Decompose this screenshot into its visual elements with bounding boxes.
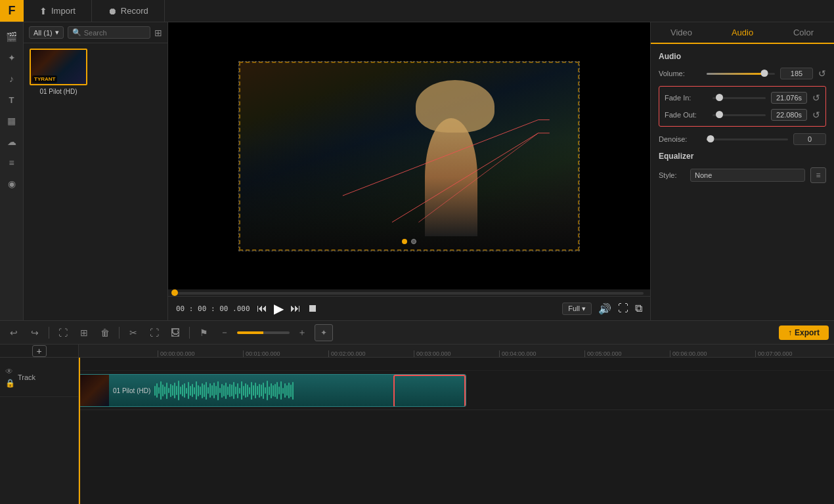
nav-dot-active [402,239,407,244]
thumb-label: TYRANT [32,75,57,83]
media-item[interactable]: TYRANT 01 Pilot (HD) [29,49,88,95]
video-clip[interactable]: 01 Pilot (HD) [79,374,466,407]
video-content [239,62,579,251]
fade-out-knob[interactable] [716,111,723,118]
export-button[interactable]: ↑ Export [779,326,829,340]
volume-value[interactable]: 185 [780,68,813,79]
denoise-row: Denoise: 0 [659,133,826,145]
top-bar: F ⬆ Import ⏺ Record [0,0,834,22]
media-panel: All (1) ▾ 🔍 ⊞ TYRANT 01 Pilot (HD) [24,22,168,320]
export-icon: ↑ [788,328,792,337]
zoom-out-button[interactable]: － [216,324,233,341]
crop-button[interactable]: ⛶ [146,324,163,341]
track-name: Track [18,373,35,381]
fade-out-reset-button[interactable]: ↺ [812,110,820,120]
clip-thumbnail [79,375,109,406]
track-visibility-icon[interactable]: 👁 [5,367,15,376]
tab-video[interactable]: Video [651,22,712,43]
import-tab-label: Import [51,6,76,16]
sidebar-icon-effects[interactable]: ✦ [3,49,21,67]
sidebar-icon-media[interactable]: 🎬 [3,28,21,46]
fade-in-slider[interactable] [713,97,766,99]
trim-button[interactable]: ⛾ [167,324,184,341]
tab-import[interactable]: ⬆ Import [24,0,92,22]
ruler-mark-6: 00:06:00.000 [670,350,755,357]
style-select[interactable]: None [690,169,805,182]
quality-selector[interactable]: Full ▾ [562,303,592,315]
ruler-mark-1: 00:01:00.000 [243,350,328,357]
fade-in-knob[interactable] [716,94,723,101]
left-sidebar: 🎬 ✦ ♪ T ▦ ☁ ≡ ◉ [0,22,24,320]
search-input[interactable] [84,29,146,37]
denoise-slider[interactable] [707,138,788,140]
flag-button[interactable]: ⚑ [195,324,212,341]
fade-out-row: Fade Out: 22.080s ↺ [665,109,820,121]
fullscreen-button[interactable]: ⛶ [618,303,628,314]
undo-button[interactable]: ↩ [5,324,22,341]
timeline-toolbar: ↩ ↪ ⛶ ⊞ 🗑 ✂ ⛶ ⛾ ⚑ － ＋ ✦ ↑ Export [0,321,834,345]
volume-reset-button[interactable]: ↺ [818,68,826,79]
preview-area: 00 : 00 : 00 .000 ⏮ ▶ ⏭ ⏹ Full ▾ 🔊 ⛶ ⧉ [168,22,650,320]
media-filter-dropdown[interactable]: All (1) ▾ [29,26,64,39]
sidebar-icon-transitions[interactable]: ☁ [3,133,21,151]
media-search-box[interactable]: 🔍 [68,26,150,39]
select-tool[interactable]: ⛶ [55,324,72,341]
audio-section-title: Audio [659,52,826,61]
volume-knob[interactable] [761,70,768,77]
video-preview [168,22,650,289]
redo-button[interactable]: ↪ [26,324,43,341]
stop-button[interactable]: ⏹ [307,303,318,314]
separator-1 [49,327,49,339]
sidebar-icon-audio[interactable]: ♪ [3,70,21,88]
sidebar-icon-tools[interactable]: ◉ [3,175,21,193]
step-back-button[interactable]: ⏮ [257,303,267,314]
media-content: TYRANT 01 Pilot (HD) [24,43,167,320]
waveform [154,381,294,400]
equalizer-title: Equalizer [659,152,826,161]
sidebar-icon-text[interactable]: T [3,91,21,109]
tab-audio[interactable]: Audio [712,22,773,44]
fade-in-value[interactable]: 21.076s [771,92,807,104]
zoom-slider[interactable] [237,331,290,334]
denoise-knob[interactable] [707,135,714,142]
media-toolbar: All (1) ▾ 🔍 ⊞ [24,22,167,43]
denoise-value[interactable]: 0 [793,133,826,145]
zoom-in-button[interactable]: ＋ [294,324,311,341]
delete-clip-button[interactable]: 🗑 [97,324,114,341]
tab-record[interactable]: ⏺ Record [92,0,165,22]
equalizer-settings-button[interactable]: ≡ [810,167,826,183]
record-icon: ⏺ [108,6,117,16]
progress-knob[interactable] [171,289,178,296]
media-item-name: 01 Pilot (HD) [39,88,77,95]
add-track-button[interactable]: + [32,345,47,357]
export-label: Export [795,328,820,337]
ruler-mark-4: 00:04:00.000 [499,350,584,357]
separator-3 [189,327,190,339]
style-label: Style: [659,171,685,179]
fade-out-indicator [393,375,466,407]
denoise-slider-container [707,138,788,140]
panel-content: Audio Volume: 185 ↺ Fade In: [651,44,834,320]
sidebar-icon-layers[interactable]: ≡ [3,154,21,172]
playhead[interactable] [79,358,80,504]
track-lock-icon[interactable]: 🔒 [5,379,15,388]
fade-in-label: Fade In: [665,94,707,102]
seek-bar[interactable] [175,292,644,295]
fade-out-value[interactable]: 22.080s [771,109,807,121]
volume-button[interactable]: 🔊 [598,303,611,315]
media-view-toggle[interactable]: ⊞ [154,28,162,38]
fade-in-reset-button[interactable]: ↺ [812,93,820,103]
step-forward-button[interactable]: ⏭ [290,303,301,314]
video-controls: 00 : 00 : 00 .000 ⏮ ▶ ⏭ ⏹ Full ▾ 🔊 ⛶ ⧉ [168,296,650,320]
pip-button[interactable]: ⧉ [635,303,642,314]
fade-out-slider[interactable] [713,114,766,116]
quality-label: Full [568,304,580,312]
play-button[interactable]: ▶ [274,301,284,316]
fade-out-label: Fade Out: [665,111,707,119]
magic-button[interactable]: ✦ [315,324,333,341]
tab-color[interactable]: Color [773,22,834,43]
sidebar-icon-filters[interactable]: ▦ [3,112,21,130]
split-button[interactable]: ✂ [125,324,142,341]
add-clip-button[interactable]: ⊞ [76,324,93,341]
volume-slider[interactable] [707,73,775,75]
